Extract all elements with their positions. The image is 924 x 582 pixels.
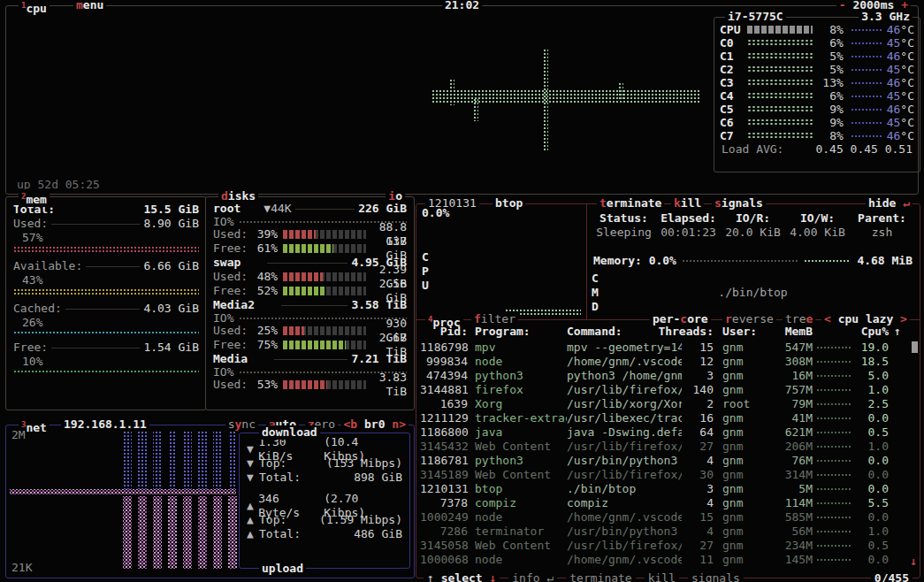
divider-line [51,224,140,225]
process-row[interactable]: 1210131 btop ./bin/btop 3 gnm 5M 0.0 [416,482,920,496]
signals-button[interactable]: signals [712,196,766,211]
column-memb[interactable]: MemB [772,325,813,339]
cpu-model: i7-5775C [725,10,786,24]
process-memory: 314M [772,468,813,482]
core-name: C1 [720,50,747,64]
process-cpu-graph [816,502,851,505]
column-user[interactable]: User: [722,325,757,339]
process-cpu-percent: 0.5 [851,539,889,553]
sync-button[interactable]: sync [225,417,258,432]
core-temperature: 46°C [887,50,914,64]
process-row[interactable]: 1000249 node /home/gnm/.vscode-s 15 gnm … [416,510,920,525]
memory-stat-percent: 26% [13,316,199,330]
process-list-header: Pid: Program: Command: Threads: User: Me… [416,325,920,339]
column-cpu[interactable]: Cpu% [846,325,889,339]
process-cpu-percent: 1.0 [851,525,889,539]
process-row[interactable]: 1000068 node /home/gnm/.vscode-s 11 gnm … [416,553,920,567]
memory-stat-label: Cached: [13,302,62,316]
process-program: btop [475,482,567,496]
core-temp-meter [851,95,883,98]
memory-stat-value: 8.90 GiB [143,217,199,231]
column-program[interactable]: Program: [475,325,531,339]
process-user: gnm [722,525,772,539]
process-threads: 3 [682,482,714,496]
process-program: node [475,510,567,525]
footer-signals-button[interactable]: signals [688,571,744,582]
process-cpu-percent: 0.0 [851,411,889,425]
footer-kill-button[interactable]: kill [645,571,679,582]
sort-next-arrow[interactable]: > [900,312,907,325]
process-memory: 5M [772,482,813,496]
process-memory: 16M [772,369,813,383]
process-cpu-percent: 0.0 [851,482,889,496]
process-row[interactable]: 7378 compiz compiz 4 gnm 114M 5.5 [416,496,920,510]
process-box: 1210131 btop 0.0% CPU terminate kill sig… [416,203,920,578]
interval-decrease-button[interactable]: - [839,0,846,11]
core-usage-meter [747,132,813,140]
process-program: firefox [475,383,567,397]
interface-switcher[interactable]: <b br0 n> [341,417,409,432]
column-threads[interactable]: Threads: [645,325,714,339]
process-pid: 474394 [420,369,468,383]
detail-cpu-percent: 0.0% [422,206,449,220]
process-pid: 1210131 [420,482,468,496]
column-pid[interactable]: Pid: [420,325,468,339]
net-scale-max: 2M [11,428,26,442]
memory-stats-list: Used: 8.90 GiB 57% Available: 6.66 GiB [13,217,199,374]
cpu-graph [431,89,699,103]
process-row[interactable]: 7286 terminator /usr/bin/python3 /u 4 gn… [416,525,920,539]
terminate-button[interactable]: terminate [597,196,664,211]
footer-terminate-button[interactable]: terminate [566,571,635,582]
core-temperature: 46°C [887,76,914,90]
disk-entry: Media 7.21 TiB IO% Used: 53% 3.83 TiB [213,352,407,392]
process-program: java [475,425,567,440]
process-row[interactable]: 474394 python3 python3 /home/gnm/b 3 gnm… [416,369,920,383]
disk-list: root ▼44K 226 GiB IO% Used: 39% 88.8 GiB [206,197,414,392]
hide-button[interactable]: hide ↵ [866,196,913,211]
menu-button[interactable]: menu [73,0,106,12]
process-row[interactable]: 1211129 tracker-extract /usr/libexec/tra… [416,411,920,425]
memory-stat-value: 1.54 GiB [143,341,199,355]
process-pid: 1186800 [420,425,468,440]
process-row[interactable]: 1639 Xorg /usr/lib/xorg/Xorg 2 root 79M … [416,397,920,411]
process-pid: 1639 [420,397,468,411]
core-usage-meter [747,52,813,60]
core-usage-meter [747,26,813,34]
process-row[interactable]: 3145189 Web Content /usr/lib/firefox/fi … [416,468,920,482]
disks-box-title[interactable]: disks [218,189,258,203]
info-button[interactable]: info ↵ [508,571,557,582]
column-command[interactable]: Command: [567,325,622,339]
process-row[interactable]: 1186800 java java -Dswing.defaul 64 gnm … [416,425,920,440]
cpu-core-list: CPU 8% 46°C C0 6% 45°C [714,18,920,142]
process-row[interactable]: 1186781 python3 /usr/bin/python3 /h 4 gn… [416,454,920,468]
disk-used-value: 3.83 TiB [366,371,407,399]
process-threads: 16 [682,411,714,425]
kill-button[interactable]: kill [671,196,704,211]
cpu-box-title[interactable]: 1cpu [19,0,50,16]
core-usage-percent: 5% [816,63,844,77]
process-row[interactable]: 3144881 firefox /usr/lib/firefox/fi 140 … [416,383,920,397]
process-user: gnm [722,468,772,482]
process-row[interactable]: 3145432 Web Content /usr/lib/firefox/fi … [416,440,920,454]
process-threads: 27 [682,440,714,454]
scroll-up-icon[interactable]: ↑ [894,325,901,339]
scrollbar-thumb[interactable] [912,341,918,353]
process-row[interactable]: 1186798 mpv mpv --geometry=1462 15 gnm 5… [416,341,920,355]
select-control[interactable]: ↑ select ↓ [424,571,500,582]
process-memory: 114M [772,496,813,510]
process-memory: 585M [772,510,813,525]
process-pid: 1000068 [420,553,468,567]
process-pid: 3145432 [420,440,468,454]
memory-stat-percent: 57% [13,231,199,245]
cpu-box: 1cpu menu 21:02 - 2000ms + i7-5775C 3.3 … [5,5,919,195]
cpu-frequency: 3.3 GHz [859,10,913,24]
io-mode-button[interactable]: io [386,189,405,203]
process-row[interactable]: 3145058 Web Content /usr/lib/firefox/fi … [416,539,920,553]
sort-prev-arrow[interactable]: < [824,312,831,325]
divider-line [86,266,140,267]
core-usage-meter [747,65,813,73]
cpu-graph-spike [618,82,623,100]
memory-box-title[interactable]: 2mem [19,189,50,207]
scroll-down-icon[interactable]: ↓ [910,555,917,569]
process-row[interactable]: 999834 node /home/gnm/.vscode-s 12 gnm 3… [416,355,920,369]
